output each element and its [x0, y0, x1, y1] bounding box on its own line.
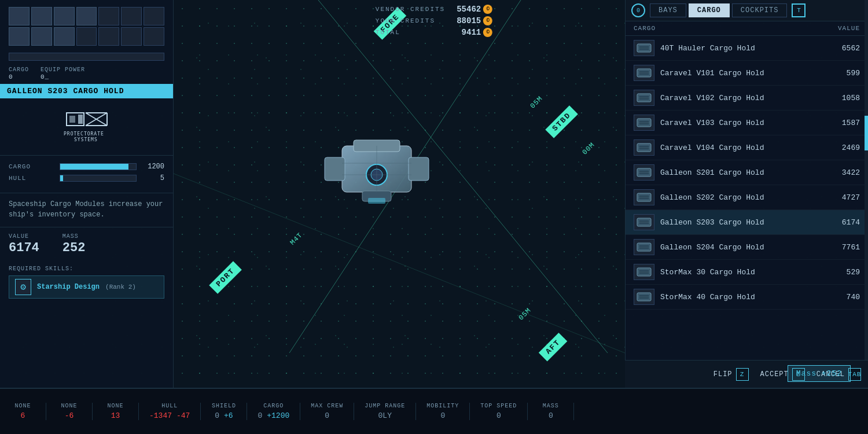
cargo-item-value: 1058 — [831, 94, 860, 102]
module-slot-5 — [98, 7, 119, 25]
hull-stat-row: HULL 5 — [9, 174, 164, 182]
hull-bar-container — [60, 175, 137, 182]
cargo-item[interactable]: Galleon S201 Cargo Hold3422 — [626, 160, 868, 185]
value-group: VALUE 6174 — [9, 233, 39, 255]
cargo-item[interactable]: 40T Hauler Cargo Hold6562 — [626, 36, 868, 61]
cargo-stat-row: CARGO 1200 — [9, 163, 164, 171]
svg-text:PROTECTORATE: PROTECTORATE — [64, 131, 104, 137]
cargo-icon — [635, 241, 653, 253]
skill-name: Starship Design — [37, 283, 100, 291]
module-slot-1 — [9, 7, 30, 25]
hull-stat-label: HULL — [9, 175, 55, 182]
cargo-bar — [60, 164, 128, 170]
cargo-item-value: 7761 — [831, 243, 860, 252]
cargo-item[interactable]: Galleon S204 Cargo Hold7761 — [626, 235, 868, 260]
cargo-item-name: Caravel V104 Cargo Hold — [660, 144, 825, 152]
skill-item: ⚙ Starship Design (Rank 2) — [9, 275, 164, 299]
cargo-item[interactable]: Caravel V102 Cargo Hold1058 — [626, 86, 868, 111]
bottom-stat-group: NONE6 — [0, 403, 46, 420]
cargo-item-name: Galleon S201 Cargo Hold — [660, 168, 825, 177]
cargo-item[interactable]: Galleon S202 Cargo Hold4727 — [626, 185, 868, 210]
stat-value: 0 — [440, 411, 445, 420]
cargo-thumb — [634, 115, 654, 131]
svg-rect-7 — [325, 157, 345, 181]
stat-value: 0 — [549, 411, 553, 420]
cargo-thumb — [634, 289, 654, 305]
scrollbar-thumb[interactable] — [865, 116, 868, 150]
cargo-item[interactable]: Caravel V104 Cargo Hold2469 — [626, 135, 868, 160]
module-slot-14 — [144, 27, 164, 46]
nav-tabs: 0 BAYS CARGO COCKPITS T — [626, 0, 868, 21]
module-slot-2 — [31, 7, 52, 25]
cargo-item-value: 6174 — [831, 218, 860, 227]
cargo-thumb — [634, 164, 654, 181]
your-credits-label: YOUR CREDITS — [376, 17, 435, 24]
cargo-item[interactable]: Caravel V103 Cargo Hold1587 — [626, 111, 868, 135]
cargo-item-name: Galleon S202 Cargo Hold — [660, 193, 825, 202]
right-panel: 0 BAYS CARGO COCKPITS T CARGO VALUE 40T … — [625, 0, 868, 399]
stat-value: +6 — [224, 411, 233, 420]
bottom-stat-values: 0LY — [378, 411, 392, 420]
stat-value: 6 — [21, 411, 25, 420]
flip-key: Z — [736, 368, 749, 381]
cargo-item-name: Caravel V101 Cargo Hold — [660, 69, 825, 78]
cargo-item-name: Caravel V103 Cargo Hold — [660, 119, 825, 127]
cargo-icon — [635, 67, 653, 79]
svg-rect-8 — [409, 157, 429, 181]
cargo-item[interactable]: StorMax 30 Cargo Hold529 — [626, 260, 868, 285]
cargo-thumb — [634, 139, 654, 156]
left-panel: CARGO 0 EQUIP POWER 0_ Galleon S203 Carg… — [0, 0, 174, 399]
bottom-stat-group: NONE-6 — [46, 403, 93, 420]
module-slot-4 — [76, 7, 97, 25]
total-credit-icon: © — [483, 28, 492, 37]
bottom-stat-values: 0+6 — [215, 411, 233, 420]
tab-bays[interactable]: BAYS — [650, 3, 686, 17]
cargo-thumb — [634, 264, 654, 280]
col-value: VALUE — [838, 25, 860, 32]
hull-bar — [60, 175, 63, 181]
cargo-item-name: StorMax 40 Cargo Hold — [660, 293, 825, 301]
cargo-icon — [635, 216, 653, 229]
cargo-thumb — [634, 65, 654, 81]
bottom-stat-group: MASS0 — [528, 403, 574, 420]
flip-label: FLIP — [713, 370, 733, 378]
cargo-item[interactable]: Galleon S203 Cargo Hold6174 — [626, 210, 868, 235]
cargo-item-value: 740 — [831, 293, 860, 301]
stat-value: -1347 — [149, 411, 172, 420]
stat-value: +1200 — [267, 411, 289, 420]
flip-button[interactable]: FLIP Z — [713, 368, 749, 381]
bottom-stat-label: MAX CREW — [311, 403, 343, 409]
bottom-stat-values: 0 — [440, 411, 445, 420]
cargo-item-name: Caravel V102 Cargo Hold — [660, 94, 825, 102]
required-skills-section: REQUIRED SKILLS: ⚙ Starship Design (Rank… — [0, 261, 173, 303]
module-slot-11 — [76, 27, 97, 46]
tab-cargo[interactable]: CARGO — [689, 3, 730, 17]
nav-key-t[interactable]: T — [792, 3, 806, 17]
cargo-list: 40T Hauler Cargo Hold6562 Caravel V101 C… — [626, 36, 868, 399]
cargo-item[interactable]: Caravel V101 Cargo Hold599 — [626, 61, 868, 86]
bottom-bar: NONE6NONE-6NONE13HULL-1347-47SHIELD0+6CA… — [0, 388, 868, 434]
reactor-equip: CARGO 0 EQUIP POWER 0_ — [0, 65, 173, 84]
cargo-thumb — [634, 214, 654, 230]
cargo-icon — [635, 191, 653, 204]
scrollbar[interactable] — [865, 0, 868, 399]
cargo-bar-container — [60, 163, 137, 170]
mass-group: MASS 252 — [62, 233, 86, 255]
cargo-item[interactable]: StorMax 40 Cargo Hold740 — [626, 285, 868, 310]
bottom-stat-label: NONE — [61, 403, 77, 409]
cargo-item-name: StorMax 30 Cargo Hold — [660, 268, 825, 277]
cargo-icon — [635, 166, 653, 179]
module-slot-8 — [9, 27, 30, 46]
stat-value: 0 — [496, 411, 501, 420]
tab-cockpits[interactable]: COCKPITS — [732, 3, 788, 17]
module-slot-10 — [54, 27, 75, 46]
cargo-icon — [635, 91, 653, 104]
bottom-stat-label: NONE — [107, 403, 123, 409]
svg-text:SYSTEMS: SYSTEMS — [74, 137, 98, 142]
mass-number: 252 — [62, 241, 86, 255]
cargo-icon — [635, 266, 653, 278]
nav-circle-0[interactable]: 0 — [631, 3, 645, 17]
cargo-icon — [635, 116, 653, 129]
cargo-item-value: 4727 — [831, 193, 860, 202]
module-slot-12 — [98, 27, 119, 46]
